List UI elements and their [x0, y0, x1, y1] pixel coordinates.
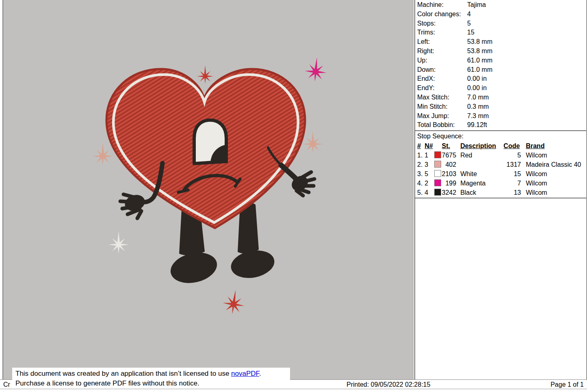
info-row: Min Stitch:0.3 mm — [417, 103, 585, 112]
footer-clipped-text: Cr — [3, 381, 10, 388]
sparkle-red-bottom — [221, 289, 247, 316]
panel-divider — [415, 198, 586, 198]
thread-color-swatch — [434, 170, 441, 177]
printed-timestamp: Printed: 09/05/2022 02:28:15 — [347, 381, 430, 388]
sparkle-salmon-right — [303, 131, 323, 153]
thread-color-swatch — [434, 179, 441, 186]
sparkle-salmon-left — [93, 143, 113, 165]
info-row: Max Stitch:7.0 mm — [417, 94, 585, 103]
thread-color-swatch — [434, 161, 441, 168]
table-row: 3. 5 2103 White 15 Wilcom — [417, 169, 586, 179]
info-row: Up:61.0 mm — [417, 57, 585, 66]
info-row: EndY:0.00 in — [417, 84, 585, 94]
thread-color-swatch — [434, 189, 441, 196]
info-row: Left:53.8 mm — [417, 38, 585, 47]
table-row: 1. 1 7675 Red 5 Wilcom — [417, 151, 586, 160]
stop-sequence-title: Stop Sequence: — [417, 133, 464, 140]
info-row: EndX:0.00 in — [417, 75, 585, 84]
info-row: Stops:5 — [417, 20, 585, 29]
table-row: 5. 4 3242 Black 13 Wilcom — [417, 188, 586, 197]
thread-color-swatch — [434, 151, 441, 158]
stop-sequence-table: # N# St. Description Code Brand 1. 1 767… — [417, 141, 586, 197]
notice-line-1: This document was created by an applicat… — [15, 369, 290, 379]
info-row: Down:61.0 mm — [417, 66, 585, 75]
embroidery-design-svg — [3, 0, 413, 379]
panel-divider — [415, 130, 586, 131]
sparkle-magenta-icon — [304, 56, 328, 82]
novapdf-link[interactable]: novaPDF — [231, 370, 259, 377]
machine-info: Machine:Tajima Color changes:4 Stops:5 T… — [417, 1, 585, 131]
info-row: Right:53.8 mm — [417, 47, 585, 57]
page-number: Page 1 of 1 — [550, 381, 584, 388]
info-row: Machine:Tajima — [417, 1, 585, 11]
design-info-panel: Machine:Tajima Color changes:4 Stops:5 T… — [414, 0, 587, 379]
right-boot — [229, 247, 277, 281]
sparkle-white — [108, 231, 129, 254]
design-canvas — [3, 0, 414, 379]
info-row: Trims:15 — [417, 29, 585, 38]
notice-line-2: Purchase a license to generate PDF files… — [15, 379, 290, 388]
table-header-row: # N# St. Description Code Brand — [417, 141, 586, 151]
left-boot — [167, 248, 220, 287]
table-row: 2. 3 402 1317 Madeira Classic 40 — [417, 160, 586, 169]
info-row: Total Bobbin:99.12ft — [417, 121, 585, 131]
printed-report-page: { "canvas": { "bg": "#c1c0be", "design":… — [0, 0, 587, 392]
left-hand-fingers — [120, 194, 141, 218]
sparkle-red-top — [197, 65, 214, 84]
info-row: Color changes:4 — [417, 11, 585, 20]
novapdf-notice: This document was created by an applicat… — [12, 368, 290, 389]
table-row: 4. 2 199 Magenta 7 Wilcom — [417, 179, 586, 188]
info-row: Max Jump:7.3 mm — [417, 112, 585, 122]
